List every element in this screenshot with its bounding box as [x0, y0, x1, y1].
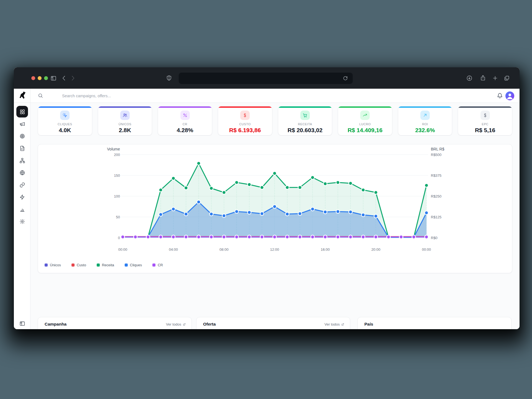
bar-chart-icon	[19, 206, 25, 212]
back-icon[interactable]	[61, 75, 67, 81]
zap-icon	[19, 194, 25, 200]
table-card-país: PaísPAÍSCLIQUESUC (CAMPANHA)CONV.CPCLEAD…	[357, 317, 511, 329]
traffic-close-button[interactable]	[31, 76, 35, 80]
sidebar-item-domains[interactable]	[16, 167, 28, 178]
table-card-oferta: OfertaVer todosOFERTACLIQUESUC (CAMPANHA…	[196, 317, 350, 329]
reload-icon[interactable]	[343, 76, 348, 81]
ver-todos-label: Ver todos	[324, 322, 340, 326]
file-code-icon	[19, 145, 25, 151]
ver-todos-link[interactable]: Ver todos	[166, 322, 186, 326]
new-tab-icon[interactable]	[492, 75, 498, 81]
sidebar-item-automations[interactable]	[16, 191, 28, 203]
browser-toolbar	[14, 67, 520, 89]
summary-tables: CampanhaVer todosCAMPANHACLIQUESUC (CAMP…	[30, 103, 520, 329]
table-title: Campanha	[45, 322, 66, 327]
sidebar-toggle-icon[interactable]	[50, 75, 57, 81]
traffic-zoom-button[interactable]	[44, 76, 48, 80]
globe-icon	[19, 170, 25, 176]
sidebar-item-offers[interactable]	[16, 130, 28, 142]
external-link-icon	[183, 323, 186, 326]
external-link-icon	[341, 323, 344, 326]
panel-left-icon	[19, 321, 25, 326]
dog-logo[interactable]	[18, 91, 27, 101]
app-sidebar	[14, 89, 30, 329]
traffic-minimize-button[interactable]	[38, 76, 42, 80]
avatar[interactable]	[505, 91, 514, 100]
network-icon	[19, 158, 25, 163]
table-title: País	[364, 322, 373, 327]
table-title: Oferta	[203, 322, 216, 327]
download-icon[interactable]	[466, 75, 472, 81]
search-input[interactable]	[62, 92, 228, 100]
shield-icon	[166, 75, 172, 81]
bell-icon[interactable]	[497, 93, 503, 99]
browser-window: CLIQUES4.0KÚNICOS2.8KCR4.28%CUSTOR$ 6.19…	[14, 67, 520, 329]
sidebar-item-links[interactable]	[16, 179, 28, 191]
sidebar-divider	[14, 103, 30, 103]
dashboard-main: CLIQUES4.0KÚNICOS2.8KCR4.28%CUSTOR$ 6.19…	[30, 103, 520, 329]
megaphone-icon	[19, 121, 25, 127]
ver-todos-label: Ver todos	[166, 322, 181, 326]
tab-overview-icon[interactable]	[504, 75, 510, 81]
sidebar-item-flows[interactable]	[16, 155, 28, 166]
url-bar[interactable]	[179, 73, 353, 84]
sidebar-item-landing-pages[interactable]	[16, 142, 28, 154]
target-icon	[19, 133, 25, 139]
sidebar-item-dashboard[interactable]	[16, 106, 28, 117]
sidebar-item-reports[interactable]	[16, 203, 28, 215]
gear-icon	[19, 219, 25, 224]
sidebar-item-settings[interactable]	[16, 216, 28, 227]
link-icon	[19, 182, 25, 188]
ver-todos-link[interactable]: Ver todos	[324, 322, 344, 326]
sidebar-item-campaigns[interactable]	[16, 118, 28, 130]
sidebar-collapse-button[interactable]	[16, 318, 28, 329]
search-icon	[38, 93, 43, 98]
grid-icon	[19, 109, 25, 115]
app-header	[30, 89, 520, 103]
share-icon[interactable]	[480, 75, 486, 81]
forward-icon[interactable]	[70, 75, 76, 81]
table-card-campanha: CampanhaVer todosCAMPANHACLIQUESUC (CAMP…	[38, 317, 192, 329]
